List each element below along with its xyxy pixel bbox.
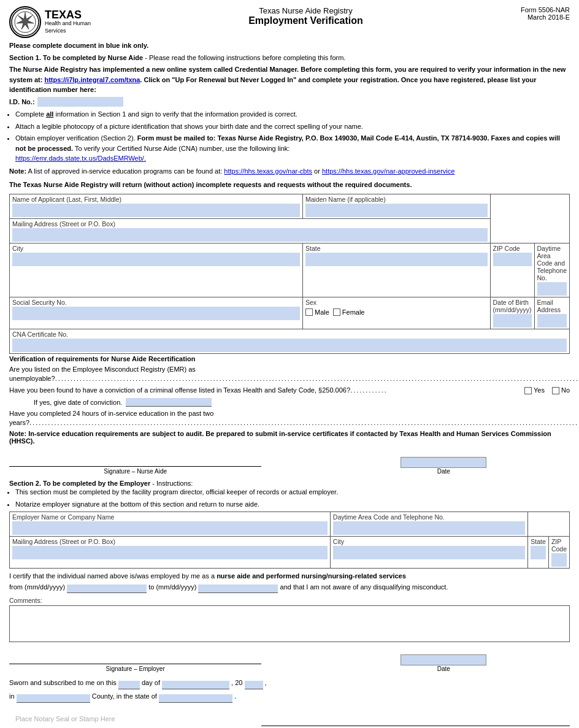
sex-cell: Sex Male Female [302, 297, 490, 329]
conviction-date-input[interactable] [126, 398, 212, 407]
certify-block: I certify that the individual named abov… [9, 571, 570, 592]
maiden-name-cell: Maiden Name (if applicable) [302, 194, 490, 218]
section1-form-table: Name of Applicant (Last, First, Middle) … [9, 194, 570, 354]
inservice-row: Have you completed 24 hours of in-servic… [9, 409, 570, 428]
employer-city-label: City [333, 538, 526, 545]
male-label: Male [315, 308, 329, 316]
conviction-date-row: If yes, give date of conviction. [34, 398, 570, 407]
employer-zip-input[interactable] [551, 553, 567, 567]
employer-tel-label: Daytime Area Code and Telephone No. [333, 513, 526, 521]
employer-sig-row: Signature – Employer Date [9, 647, 570, 672]
nurse-date-input[interactable] [401, 457, 486, 468]
employer-date-label: Date [318, 665, 570, 672]
agency-sub1: Health and Human [45, 20, 91, 28]
dob-input[interactable] [493, 314, 532, 328]
applicant-name-input[interactable] [12, 204, 300, 217]
section2-bullet1: This section must be completed by the fa… [15, 487, 570, 497]
ssn-row: Social Security No. Sex Male Female Date… [10, 297, 570, 329]
credential-instruction: The Nurse Aide Registry has implemented … [9, 64, 570, 95]
emr-question: Are you listed on the Employee Misconduc… [9, 365, 579, 384]
inservice-note: Note: In-service education requirements … [9, 430, 570, 445]
mailing-address-label: Mailing Address (Street or P.O. Box) [12, 220, 488, 228]
tel-label: Daytime Area Code and Telephone No. [537, 245, 567, 282]
svg-marker-2 [17, 12, 34, 29]
ink-instruction: Please complete document in blue ink onl… [9, 40, 570, 51]
section1-instruction: Section 1. To be completed by Nurse Aide… [9, 53, 570, 63]
sworn-year-input[interactable] [245, 681, 263, 689]
cna-cell: CNA Certificate No. [10, 329, 570, 353]
emr-row: Are you listed on the Employee Misconduc… [9, 365, 570, 384]
employer-tel-cell: Daytime Area Code and Telephone No. [330, 512, 528, 537]
conviction-yes-no: Yes No [524, 386, 570, 395]
maiden-name-input[interactable] [305, 204, 488, 217]
warning-text: The Texas Nurse Aide Registry will retur… [9, 180, 570, 190]
form-title: Employment Verification [103, 15, 508, 26]
mailing-address-input[interactable] [12, 228, 488, 242]
sworn-day-input[interactable] [118, 681, 140, 689]
comments-input[interactable] [9, 605, 570, 642]
employer-tel-input[interactable] [333, 521, 526, 535]
state-of-input[interactable] [159, 694, 232, 703]
email-input[interactable] [537, 314, 567, 328]
notary-sig-line[interactable] [261, 709, 570, 726]
certify-to-input[interactable] [198, 584, 278, 593]
employer-addr-label: Mailing Address (Street or P.O. Box) [12, 538, 328, 545]
nurse-date-label: Date [318, 468, 570, 475]
section2-bullet2: Notarize employer signature at the botto… [15, 499, 570, 510]
state-input[interactable] [305, 253, 488, 266]
conv-no-checkbox[interactable] [552, 387, 559, 394]
cna-input[interactable] [12, 339, 567, 352]
female-checkbox[interactable] [333, 308, 340, 316]
ssn-cell: Social Security No. [10, 297, 303, 329]
employer-addr-input[interactable] [12, 546, 328, 559]
employer-sig-line[interactable] [9, 647, 261, 664]
certify-from-input[interactable] [67, 584, 147, 593]
employer-state-label: State [531, 538, 546, 545]
conv-yes-label: Yes [534, 386, 545, 395]
employer-date-block: Date [318, 654, 570, 672]
employer-date-input[interactable] [401, 654, 486, 665]
nurse-sig-line[interactable] [9, 450, 261, 467]
sex-checkboxes: Male Female [305, 308, 488, 316]
city-state-row: City State ZIP Code Daytime Area Code an… [10, 243, 570, 297]
employer-table: Employer Name or Company Name Daytime Ar… [9, 512, 570, 569]
email-cell: Email Address [534, 297, 569, 329]
male-checkbox-item[interactable]: Male [305, 308, 329, 316]
male-checkbox[interactable] [305, 308, 313, 316]
city-input[interactable] [12, 253, 300, 266]
employer-name-input[interactable] [12, 521, 328, 535]
tel-cell: Daytime Area Code and Telephone No. [534, 243, 569, 297]
conv-yes-checkbox[interactable] [524, 387, 532, 394]
tel-input[interactable] [537, 282, 567, 296]
employer-state-cell: State [528, 537, 549, 569]
cna-row: CNA Certificate No. [10, 329, 570, 353]
female-checkbox-item[interactable]: Female [333, 308, 365, 316]
ssn-label: Social Security No. [12, 299, 300, 306]
employer-city-input[interactable] [333, 546, 526, 559]
agency-logo: TEXAS Health and Human Services [9, 6, 91, 38]
employer-name-row: Employer Name or Company Name Daytime Ar… [10, 512, 570, 537]
conviction-question: Have you been found to have a conviction… [9, 386, 521, 395]
conv-no-item[interactable]: No [552, 386, 570, 395]
dob-label: Date of Birth (mm/dd/yyyy) [493, 299, 532, 313]
form-title-block: Texas Nurse Aide Registry Employment Ver… [103, 6, 508, 26]
ssn-input[interactable] [12, 307, 300, 320]
registry-name: Texas Nurse Aide Registry [103, 6, 508, 15]
name-row: Name of Applicant (Last, First, Middle) … [10, 194, 570, 218]
employer-state-input[interactable] [531, 546, 546, 559]
sworn-month-input[interactable] [162, 681, 229, 689]
section2-header-text: Section 2. To be completed by the Employ… [9, 480, 570, 487]
id-number-field[interactable] [37, 97, 123, 107]
employer-zip-label: ZIP Code [551, 538, 567, 553]
employer-city-cell: City [330, 537, 528, 569]
city-cell: City [10, 243, 303, 297]
page-header: TEXAS Health and Human Services Texas Nu… [9, 6, 570, 38]
county-input[interactable] [17, 694, 90, 703]
mailing-address-cell: Mailing Address (Street or P.O. Box) [10, 218, 491, 243]
cna-label: CNA Certificate No. [12, 331, 567, 338]
bullet-1: Complete all information in Section 1 an… [15, 109, 570, 120]
zip-input[interactable] [493, 253, 532, 266]
notary-seal-placeholder: Place Notary Seal or Stamp Here [9, 709, 121, 728]
conv-yes-item[interactable]: Yes [524, 386, 545, 395]
notary-area: Place Notary Seal or Stamp Here Signatur… [9, 709, 570, 728]
